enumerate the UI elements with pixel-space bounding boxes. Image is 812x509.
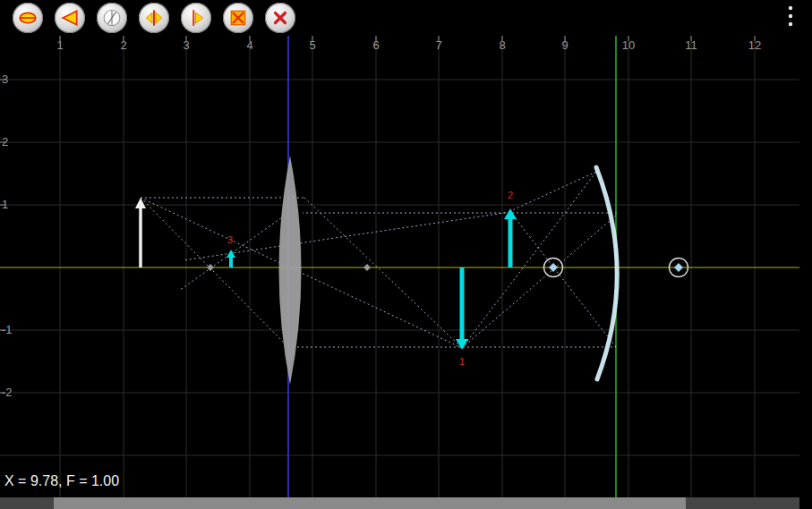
optics-canvas[interactable]: 123456789101112321-1-2123	[0, 0, 812, 509]
image-2-arrow[interactable]	[504, 208, 517, 267]
image-1-arrow[interactable]	[456, 267, 468, 350]
concave-mirror[interactable]	[596, 167, 617, 379]
tool-delete[interactable]	[265, 3, 295, 33]
x-axis-label: 3	[183, 38, 189, 52]
x-axis-label: 12	[748, 38, 761, 52]
tool-ideal-lens[interactable]	[97, 3, 127, 33]
y-axis-label: 3	[2, 72, 8, 86]
convex-lens[interactable]	[279, 156, 302, 385]
curved-mirror-icon	[228, 8, 248, 28]
image-label-3: 3	[227, 234, 233, 245]
x-axis-label: 7	[435, 38, 441, 52]
y-axis-label: -2	[2, 386, 13, 399]
x-axis-label: 11	[685, 38, 697, 52]
tool-curved-mirror[interactable]	[223, 3, 253, 33]
tool-plano-convex-lens[interactable]	[181, 3, 211, 33]
y-axis-label: -1	[2, 323, 13, 336]
tool-biconvex-lens[interactable]	[139, 3, 169, 33]
image-label-1: 1	[459, 356, 465, 367]
mirror-focal-handle-right-diamond[interactable]	[674, 263, 683, 272]
y-axis-label: 2	[2, 135, 8, 148]
toolbar	[0, 0, 812, 36]
mirror-incident-ray-3	[462, 172, 596, 348]
ideal-lens-icon	[102, 8, 122, 28]
x-axis-label: 9	[561, 38, 568, 52]
flat-mirror-icon	[18, 8, 38, 28]
scrollbar-thumb[interactable]	[54, 497, 686, 509]
x-axis-label: 5	[309, 38, 315, 52]
toolbar-buttons	[13, 3, 295, 33]
status-readout: X = 9.78, F = 1.00	[4, 473, 119, 489]
lens-focal-point[interactable]	[363, 264, 371, 271]
image-label-2: 2	[508, 190, 513, 200]
mirror-incident-ray-1	[462, 215, 617, 348]
x-axis-label: 8	[499, 38, 505, 52]
tool-flat-mirror[interactable]	[13, 3, 43, 33]
delete-icon	[270, 8, 290, 28]
kebab-menu-icon	[788, 5, 793, 30]
x-axis-label: 10	[622, 38, 635, 52]
x-axis-label: 6	[372, 38, 379, 52]
prism-icon	[60, 8, 80, 28]
mirror-reflected-ray-2	[510, 212, 616, 347]
x-axis-label: 4	[246, 38, 252, 52]
overflow-menu-button[interactable]	[782, 3, 799, 33]
y-axis-label: 1	[2, 198, 8, 211]
lens-return-ray-1	[179, 213, 288, 291]
object-center-ray	[141, 198, 462, 348]
object-focal-ray	[141, 198, 288, 347]
plano-lens-icon	[186, 8, 206, 28]
horizontal-scrollbar[interactable]	[0, 497, 799, 509]
image-3-arrow[interactable]	[227, 250, 235, 267]
x-axis-label: 1	[56, 38, 63, 52]
x-axis-label: 2	[120, 38, 126, 52]
object-arrow[interactable]	[135, 198, 146, 267]
tool-prism[interactable]	[55, 3, 85, 33]
mirror-focal-handle-left-diamond[interactable]	[549, 263, 558, 272]
biconvex-lens-icon	[144, 8, 164, 28]
